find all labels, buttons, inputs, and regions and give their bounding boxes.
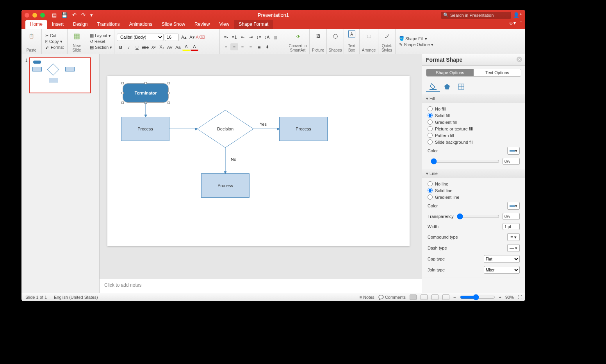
line-header[interactable]: ▾ Line (422, 169, 525, 178)
zoom-slider[interactable] (460, 294, 495, 300)
reset-button[interactable]: ↺ Reset (89, 39, 106, 44)
line-width-value[interactable] (503, 223, 520, 230)
zoom-in-icon[interactable]: + (499, 295, 501, 300)
numbering-icon[interactable]: ≡1 (230, 34, 238, 41)
tab-design[interactable]: Design (68, 20, 92, 29)
redo-icon[interactable]: ↷ (81, 12, 86, 18)
undo-icon[interactable]: ↶ (72, 12, 77, 18)
justify-icon[interactable]: ≡ (247, 43, 255, 50)
superscript-icon[interactable]: X² (150, 44, 157, 51)
line-spacing-icon[interactable]: ↕≡ (255, 34, 263, 41)
zoom-value[interactable]: 90% (505, 295, 514, 300)
comments-button[interactable]: 💬 Comments (378, 295, 406, 300)
fill-color-picker[interactable]: ▾ (507, 147, 520, 155)
connector-2[interactable] (169, 128, 198, 132)
clear-format-icon[interactable]: A⌫ (196, 34, 204, 41)
radio-gradient-line[interactable]: Gradient line (428, 194, 520, 200)
radio-gradient-fill[interactable]: Gradient fill (428, 119, 520, 125)
join-type-select[interactable]: Miter (484, 266, 520, 274)
line-transparency-slider[interactable] (457, 213, 499, 219)
indent-left-icon[interactable]: ⇤ (239, 34, 246, 41)
zoom-out-icon[interactable]: − (453, 295, 456, 300)
search-box[interactable]: 🔍 Search in Presentation (441, 12, 511, 19)
radio-no-line[interactable]: No line (428, 180, 520, 187)
columns-icon[interactable]: ▥ (271, 34, 279, 41)
layout-button[interactable]: ▦ Layout ▾ (89, 33, 112, 38)
distribute-icon[interactable]: ≣ (255, 43, 263, 50)
fill-transparency-value[interactable] (503, 158, 520, 165)
fill-transparency-slider[interactable] (431, 158, 499, 164)
shapes-icon[interactable]: ◯ (329, 30, 342, 41)
shape-fill-button[interactable]: 🪣 Shape Fill ▾ (398, 36, 428, 41)
tab-animations[interactable]: Animations (125, 20, 157, 29)
compound-type-button[interactable]: ≡ ▾ (507, 233, 520, 241)
align-right-icon[interactable]: ≡ (239, 43, 246, 50)
strike-icon[interactable]: abc (141, 44, 149, 51)
shape-process-2[interactable]: Process (279, 117, 328, 141)
radio-picture-fill[interactable]: Picture or texture fill (428, 125, 520, 132)
slideshow-view-icon[interactable] (442, 294, 449, 300)
slide-editor[interactable]: ⟳ Terminator Process Process Process Dec… (100, 54, 422, 293)
tab-review[interactable]: Review (190, 20, 214, 29)
slide-thumbnail-1[interactable]: 1 (29, 57, 91, 93)
shape-process-1[interactable]: Process (121, 117, 169, 141)
quick-styles-icon[interactable]: 🖊 (381, 30, 393, 41)
align-left-icon[interactable]: ≡ (222, 43, 230, 50)
shape-terminator[interactable]: ⟳ Terminator (123, 84, 168, 102)
section-button[interactable]: ▤ Section ▾ (89, 45, 113, 50)
format-painter-button[interactable]: 🖌 Format (44, 45, 65, 50)
qat-customize-icon[interactable]: ▾ (90, 12, 93, 18)
tab-shape-format[interactable]: Shape Format (234, 20, 273, 29)
tab-slideshow[interactable]: Slide Show (157, 20, 190, 29)
line-transparency-value[interactable] (503, 213, 520, 220)
fill-line-icon[interactable] (426, 81, 440, 92)
tab-text-options[interactable]: Text Options (474, 69, 521, 76)
dash-type-button[interactable]: — ▾ (507, 244, 520, 252)
subscript-icon[interactable]: X₂ (158, 44, 166, 51)
maximize-window-button[interactable] (40, 13, 45, 18)
minimize-window-button[interactable] (32, 13, 37, 18)
share-icon[interactable]: 👤⁺ (513, 12, 522, 18)
text-direction-icon[interactable]: ↕A (263, 34, 271, 41)
shape-decision[interactable]: Decision (197, 110, 253, 148)
picture-icon[interactable]: 🖼 (312, 30, 324, 41)
shape-process-3[interactable]: Process (201, 173, 250, 198)
tab-view[interactable]: View (214, 20, 234, 29)
line-color-picker[interactable]: ▾ (507, 202, 520, 210)
italic-icon[interactable]: I (125, 44, 133, 51)
indent-right-icon[interactable]: ⇥ (247, 34, 255, 41)
radio-no-fill[interactable]: No fill (428, 105, 520, 112)
radio-solid-fill[interactable]: Solid fill (428, 112, 520, 119)
sorter-view-icon[interactable] (421, 294, 428, 300)
emoji-icon[interactable]: ☺▾ (509, 20, 516, 26)
connector-1[interactable] (144, 102, 148, 117)
textbox-icon[interactable]: A (348, 30, 355, 37)
tab-transitions[interactable]: Transitions (92, 20, 124, 29)
effects-icon[interactable] (440, 81, 454, 92)
font-color-icon[interactable]: A (191, 44, 198, 51)
size-props-icon[interactable] (454, 81, 468, 92)
language-status[interactable]: English (United States) (54, 295, 98, 300)
connector-4[interactable] (224, 148, 228, 174)
normal-view-icon[interactable] (410, 294, 417, 300)
save-icon[interactable]: 💾 (61, 12, 68, 18)
new-slide-icon[interactable]: ▦ (71, 30, 83, 41)
tab-insert[interactable]: Insert (47, 20, 68, 29)
increase-font-icon[interactable]: A▴ (180, 34, 188, 41)
notes-pane[interactable]: Click to add notes (100, 279, 422, 293)
radio-solid-line[interactable]: Solid line (428, 187, 520, 194)
rotate-handle-icon[interactable]: ⟳ (144, 77, 148, 80)
arrange-icon[interactable]: ⬚ (363, 30, 375, 41)
decrease-font-icon[interactable]: A▾ (188, 34, 196, 41)
char-spacing-icon[interactable]: AV (166, 44, 174, 51)
collapse-ribbon-icon[interactable]: ˆ (520, 20, 522, 26)
align-text-icon[interactable]: ⬍ (263, 43, 271, 50)
cut-button[interactable]: ✂ Cut (44, 33, 57, 38)
radio-pattern-fill[interactable]: Pattern fill (428, 132, 520, 139)
tab-shape-options[interactable]: Shape Options (426, 69, 474, 76)
file-icon[interactable]: ▤ (52, 12, 57, 18)
notes-button[interactable]: ≡ Notes (360, 295, 374, 300)
fit-to-window-icon[interactable]: ⛶ (518, 295, 522, 300)
connector-3[interactable] (253, 128, 280, 132)
fill-header[interactable]: ▾ Fill (422, 94, 525, 103)
